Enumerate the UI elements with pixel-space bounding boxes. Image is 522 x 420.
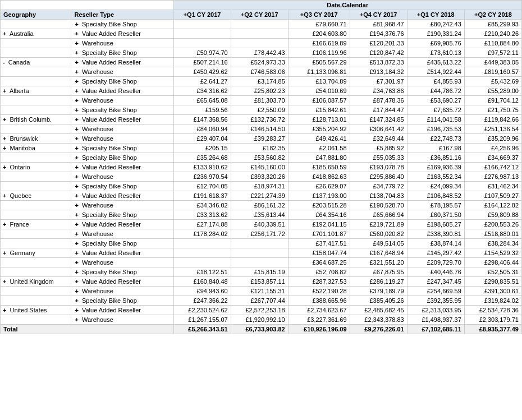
geo-cell: + France: [1, 220, 71, 229]
reseller-expand-btn[interactable]: +: [75, 40, 78, 47]
value-cell: £385,405.26: [350, 296, 407, 306]
reseller-expand-btn[interactable]: +: [75, 278, 78, 285]
geo-expand-btn[interactable]: +: [3, 145, 6, 151]
reseller-expand-btn[interactable]: +: [75, 59, 78, 66]
value-cell: £47,881.80: [288, 153, 350, 163]
value-cell: £133,910.62: [173, 163, 231, 172]
reseller-expand-btn[interactable]: +: [75, 269, 78, 275]
q2-2017-header[interactable]: +Q2 CY 2017: [231, 10, 288, 20]
q1-2018-header[interactable]: +Q1 CY 2018: [407, 10, 464, 20]
value-cell: £37,417.51: [288, 239, 350, 248]
date-calendar-header: Date.Calendar: [173, 1, 522, 10]
reseller-type-header: Reseller Type: [71, 10, 173, 20]
value-cell: £166,619.89: [288, 39, 350, 48]
value-cell: £35,209.96: [464, 134, 521, 144]
table-row: + United Kingdom+ Value Added Reseller£1…: [1, 277, 522, 287]
reseller-expand-btn[interactable]: +: [75, 126, 78, 132]
reseller-label: Specialty Bike Shop: [80, 154, 137, 161]
value-cell: £34,346.02: [173, 201, 231, 210]
reseller-cell: + Warehouse: [71, 287, 173, 296]
reseller-expand-btn[interactable]: +: [75, 288, 78, 294]
geo-expand-btn[interactable]: +: [3, 30, 6, 37]
value-cell: £78,195.57: [407, 201, 464, 210]
geo-expand-btn[interactable]: +: [3, 87, 6, 94]
value-cell: £338,390.81: [407, 229, 464, 239]
geo-cell: + Alberta: [1, 86, 71, 96]
value-cell: £85,299.93: [464, 20, 521, 29]
table-row: + Specialty Bike Shop£2,641.27£3,174.85£…: [1, 77, 522, 86]
geo-expand-btn[interactable]: +: [3, 307, 6, 313]
reseller-expand-btn[interactable]: +: [75, 116, 78, 123]
geo-expand-btn[interactable]: +: [3, 192, 6, 199]
reseller-expand-btn[interactable]: +: [75, 202, 78, 209]
geo-cell: [1, 239, 71, 248]
value-cell: £505,567.29: [288, 58, 350, 67]
q4-2017-header[interactable]: +Q4 CY 2017: [350, 10, 407, 20]
geo-label: United States: [8, 307, 47, 313]
reseller-expand-btn[interactable]: +: [75, 87, 78, 94]
reseller-expand-btn[interactable]: +: [75, 259, 78, 266]
geo-expand-btn[interactable]: +: [3, 164, 6, 170]
value-cell: £7,635.72: [407, 105, 464, 115]
q1-2017-header[interactable]: +Q1 CY 2017: [173, 10, 231, 20]
reseller-cell: + Warehouse: [71, 229, 173, 239]
geo-expand-btn[interactable]: +: [3, 135, 6, 142]
reseller-expand-btn[interactable]: +: [75, 230, 78, 237]
geo-cell: [1, 67, 71, 77]
value-cell: £26,629.07: [288, 182, 350, 191]
reseller-expand-btn[interactable]: +: [75, 30, 78, 37]
reseller-label: Specialty Bike Shop: [80, 49, 137, 56]
geo-expand-btn[interactable]: -: [3, 59, 5, 66]
reseller-expand-btn[interactable]: +: [75, 250, 78, 256]
geo-expand-btn[interactable]: +: [3, 116, 6, 123]
reseller-expand-btn[interactable]: +: [75, 297, 78, 304]
value-cell: [231, 258, 288, 267]
reseller-expand-btn[interactable]: +: [75, 107, 78, 113]
value-cell: [173, 29, 231, 39]
q2-2018-header[interactable]: +Q2 CY 2018: [464, 10, 521, 20]
reseller-expand-btn[interactable]: +: [75, 164, 78, 170]
reseller-expand-btn[interactable]: +: [75, 68, 78, 75]
reseller-expand-btn[interactable]: +: [75, 240, 78, 247]
reseller-expand-btn[interactable]: +: [75, 135, 78, 142]
reseller-expand-btn[interactable]: +: [75, 145, 78, 151]
table-row: + Warehouse£166,619.89£120,201.33£69,905…: [1, 39, 522, 48]
reseller-expand-btn[interactable]: +: [75, 78, 78, 85]
reseller-expand-btn[interactable]: +: [75, 97, 78, 104]
reseller-expand-btn[interactable]: +: [75, 49, 78, 56]
value-cell: £120,847.42: [350, 48, 407, 58]
table-row: + Germany+ Value Added Reseller£158,047.…: [1, 248, 522, 258]
reseller-expand-btn[interactable]: +: [75, 307, 78, 313]
reseller-expand-btn[interactable]: +: [75, 183, 78, 190]
value-cell: £190,331.24: [407, 29, 464, 39]
value-cell: £81,968.47: [350, 20, 407, 29]
q3-2017-header[interactable]: +Q3 CY 2017: [288, 10, 350, 20]
reseller-expand-btn[interactable]: +: [75, 192, 78, 199]
geo-expand-btn[interactable]: +: [3, 221, 6, 228]
value-cell: £91,704.12: [464, 96, 521, 105]
reseller-label: Value Added Reseller: [80, 30, 141, 37]
value-cell: £119,842.66: [464, 115, 521, 124]
value-cell: £29,407.04: [173, 134, 231, 144]
geo-expand-btn[interactable]: +: [3, 278, 6, 285]
reseller-expand-btn[interactable]: +: [75, 154, 78, 161]
reseller-expand-btn[interactable]: +: [75, 21, 78, 27]
reseller-expand-btn[interactable]: +: [75, 221, 78, 228]
value-cell: £15,842.61: [288, 105, 350, 115]
reseller-expand-btn[interactable]: +: [75, 211, 78, 218]
geo-expand-btn[interactable]: +: [3, 250, 6, 256]
value-cell: £110,884.80: [464, 39, 521, 48]
geo-cell: [1, 96, 71, 105]
value-cell: £34,779.72: [350, 182, 407, 191]
reseller-label: Specialty Bike Shop: [80, 183, 137, 190]
value-cell: £107,509.27: [464, 191, 521, 201]
value-cell: £913,184.32: [350, 67, 407, 77]
reseller-cell: + Value Added Reseller: [71, 86, 173, 96]
reseller-expand-btn[interactable]: +: [75, 173, 78, 180]
reseller-expand-btn[interactable]: +: [75, 316, 78, 323]
geo-cell: + Germany: [1, 248, 71, 258]
value-cell: £79,660.71: [288, 20, 350, 29]
reseller-label: Warehouse: [80, 288, 113, 294]
value-cell: £2,641.27: [173, 77, 231, 86]
value-cell: £355,204.92: [288, 124, 350, 134]
